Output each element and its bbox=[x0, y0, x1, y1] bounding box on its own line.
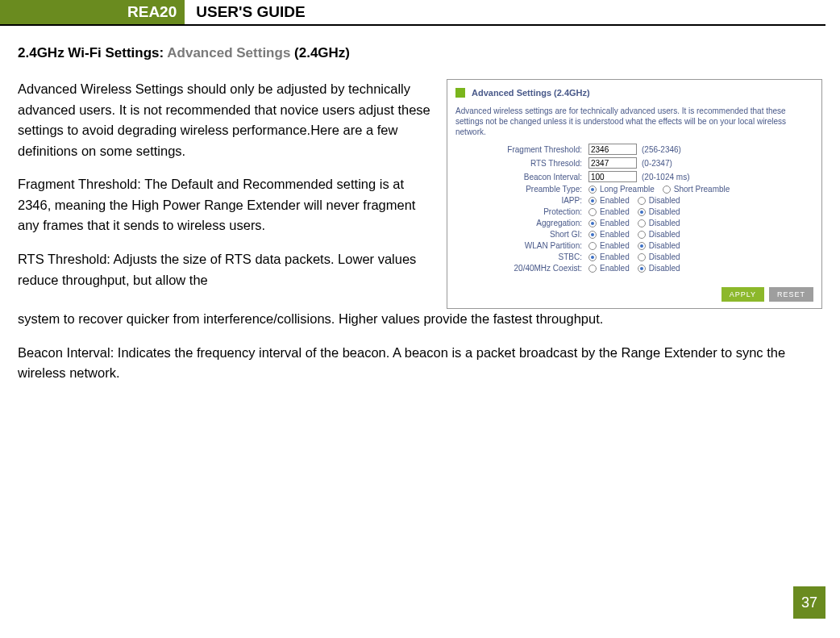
aggregation-enabled-radio[interactable] bbox=[588, 219, 597, 227]
wlan-enabled-radio[interactable] bbox=[588, 242, 597, 250]
wlan-disabled-text: Disabled bbox=[649, 241, 680, 250]
iapp-enabled-radio[interactable] bbox=[588, 197, 597, 205]
stbc-disabled-text: Disabled bbox=[649, 252, 680, 261]
coexist-disabled-text: Disabled bbox=[649, 264, 680, 273]
shortgi-disabled-radio[interactable] bbox=[638, 231, 646, 239]
stbc-label: STBC: bbox=[455, 252, 588, 261]
header-badge: REA20 bbox=[15, 0, 185, 24]
section-gray: Advanced Settings bbox=[167, 45, 294, 60]
coexist-enabled-radio[interactable] bbox=[588, 265, 597, 273]
aggregation-label: Aggregation: bbox=[455, 219, 588, 227]
wlan-disabled-radio[interactable] bbox=[638, 242, 646, 250]
settings-form: Fragment Threshold: (256-2346) RTS Thres… bbox=[455, 144, 813, 273]
header-title: USER'S GUIDE bbox=[185, 0, 305, 24]
stbc-enabled-text: Enabled bbox=[600, 252, 630, 261]
shortgi-disabled-text: Disabled bbox=[649, 230, 680, 239]
aggregation-enabled-text: Enabled bbox=[600, 219, 630, 227]
rts-threshold-input[interactable] bbox=[588, 157, 637, 169]
preamble-type-label: Preamble Type: bbox=[455, 185, 588, 194]
beacon-interval-label: Beacon Interval: bbox=[455, 173, 588, 181]
stbc-enabled-radio[interactable] bbox=[588, 253, 597, 261]
paragraph-3b: system to recover quicker from interfere… bbox=[18, 309, 822, 330]
beacon-interval-hint: (20-1024 ms) bbox=[642, 173, 689, 181]
coexist-disabled-radio[interactable] bbox=[638, 265, 646, 273]
paragraph-3a: RTS Threshold: Adjusts the size of RTS d… bbox=[18, 249, 434, 290]
header-bar: REA20 USER'S GUIDE bbox=[0, 0, 825, 26]
aggregation-disabled-text: Disabled bbox=[649, 219, 680, 227]
protection-disabled-text: Disabled bbox=[649, 207, 680, 216]
coexist-label: 20/40MHz Coexist: bbox=[455, 264, 588, 273]
settings-screenshot: Advanced Settings (2.4GHz) Advanced wire… bbox=[447, 79, 822, 309]
screenshot-title: Advanced Settings (2.4GHz) bbox=[472, 88, 590, 98]
beacon-interval-input[interactable] bbox=[588, 171, 637, 182]
rts-threshold-hint: (0-2347) bbox=[642, 159, 672, 168]
page-number: 37 bbox=[793, 586, 825, 619]
reset-button[interactable]: RESET bbox=[769, 287, 813, 302]
section-suffix: (2.4GHz) bbox=[294, 45, 350, 60]
shortgi-label: Short GI: bbox=[455, 230, 588, 239]
preamble-short-text: Short Preamble bbox=[674, 185, 730, 194]
preamble-short-radio[interactable] bbox=[663, 186, 671, 194]
fragment-threshold-input[interactable] bbox=[588, 144, 637, 155]
protection-label: Protection: bbox=[455, 207, 588, 216]
apply-button[interactable]: APPLY bbox=[721, 287, 764, 302]
iapp-disabled-radio[interactable] bbox=[638, 197, 646, 205]
stbc-disabled-radio[interactable] bbox=[638, 253, 646, 261]
section-prefix: 2.4GHz Wi-Fi Settings: bbox=[18, 45, 167, 60]
wlan-partition-label: WLAN Partition: bbox=[455, 241, 588, 250]
preamble-long-text: Long Preamble bbox=[600, 185, 655, 194]
fragment-threshold-label: Fragment Threshold: bbox=[455, 145, 588, 154]
fragment-threshold-hint: (256-2346) bbox=[642, 145, 681, 154]
paragraph-1: Advanced Wireless Settings should only b… bbox=[18, 79, 434, 161]
header-spacer bbox=[0, 0, 15, 24]
protection-disabled-radio[interactable] bbox=[638, 208, 646, 216]
shortgi-enabled-text: Enabled bbox=[600, 230, 630, 239]
title-swatch-icon bbox=[455, 88, 465, 98]
coexist-enabled-text: Enabled bbox=[600, 264, 630, 273]
iapp-disabled-text: Disabled bbox=[649, 196, 680, 205]
paragraph-4: Beacon Interval: Indicates the frequency… bbox=[18, 343, 822, 384]
screenshot-description: Advanced wireless settings are for techn… bbox=[455, 106, 813, 137]
paragraph-2: Fragment Threshold: The Default and Reco… bbox=[18, 174, 434, 236]
shortgi-enabled-radio[interactable] bbox=[588, 231, 597, 239]
wlan-enabled-text: Enabled bbox=[600, 241, 630, 250]
section-heading: 2.4GHz Wi-Fi Settings: Advanced Settings… bbox=[18, 45, 822, 61]
iapp-enabled-text: Enabled bbox=[600, 196, 630, 205]
iapp-label: IAPP: bbox=[455, 196, 588, 205]
preamble-long-radio[interactable] bbox=[588, 186, 597, 194]
rts-threshold-label: RTS Thresold: bbox=[455, 159, 588, 168]
aggregation-disabled-radio[interactable] bbox=[638, 219, 646, 227]
protection-enabled-text: Enabled bbox=[600, 207, 630, 216]
protection-enabled-radio[interactable] bbox=[588, 208, 597, 216]
